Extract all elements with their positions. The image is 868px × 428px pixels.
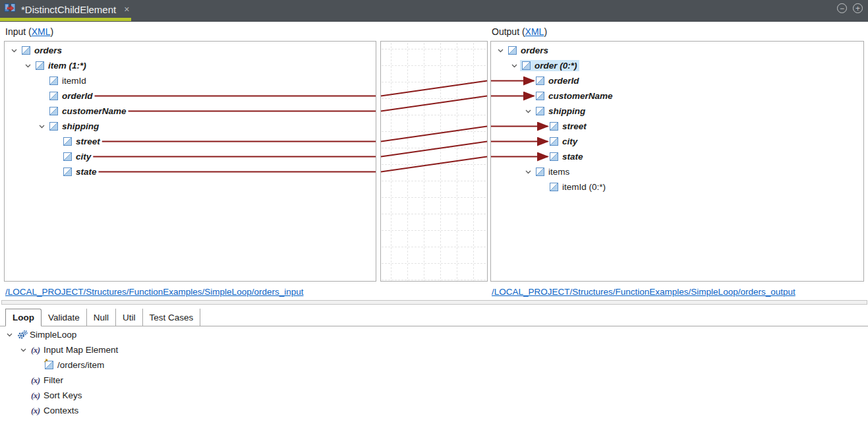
xml-element-icon	[536, 76, 547, 85]
output-tree: ordersorder (0:*)orderIdcustomerNameship…	[491, 42, 863, 195]
tree-node-orderid[interactable]: orderId	[491, 73, 863, 88]
tree-node-customername[interactable]: customerName	[5, 104, 376, 119]
output-header: Output (XML)	[492, 26, 547, 37]
xml-element-icon	[49, 107, 61, 115]
tree-node-itemid-0[interactable]: itemId (0:*)	[491, 179, 863, 195]
xml-element-icon	[63, 137, 74, 146]
tree-node-label: orders	[519, 46, 548, 55]
chevron-down-icon[interactable]	[495, 49, 506, 53]
tree-node-customername[interactable]: customerName	[491, 88, 863, 104]
tree-node-label: Filter	[42, 375, 63, 385]
xml-element-icon	[63, 168, 74, 176]
xml-element-icon	[550, 122, 561, 131]
xml-element-icon	[536, 92, 547, 100]
document-tab[interactable]: *DistinctChildElement ×	[0, 0, 136, 18]
chevron-down-icon[interactable]	[18, 348, 29, 352]
tree-node-label: customerName	[547, 91, 613, 101]
xml-element-icon	[550, 152, 561, 161]
xml-element-icon	[522, 61, 533, 70]
tree-node-shipping[interactable]: shipping	[491, 104, 863, 119]
expand-circle-icon[interactable]: +	[853, 3, 863, 13]
tab-loop[interactable]: Loop	[5, 309, 42, 326]
selected-node: order (0:*)	[520, 60, 579, 71]
tree-node-label: state	[74, 167, 97, 177]
xml-element-icon	[550, 137, 561, 146]
tree-node-orders[interactable]: orders	[491, 43, 863, 58]
tree-node-itemid[interactable]: itemId	[5, 73, 376, 88]
collapse-circle-icon[interactable]: −	[837, 3, 847, 13]
tree-node-label: customerName	[61, 106, 127, 116]
chevron-down-icon[interactable]	[22, 64, 34, 68]
editor-tab-strip: *DistinctChildElement × − +	[0, 0, 868, 22]
chevron-down-icon[interactable]	[523, 109, 534, 113]
tree-node-label: orderId	[547, 76, 579, 86]
chevron-down-icon[interactable]	[523, 170, 534, 174]
function-icon: (x)	[31, 375, 42, 386]
close-icon[interactable]: ×	[124, 4, 129, 15]
tree-node-street[interactable]: street	[491, 119, 863, 134]
tree-node-filter[interactable]: (x)Filter	[0, 373, 868, 388]
tree-node-item-1[interactable]: item (1:*)	[5, 58, 376, 73]
tree-node-street[interactable]: street	[5, 134, 376, 149]
function-icon: (x)	[31, 345, 42, 355]
function-tab-bar: Loop Validate Null Util Test Cases	[0, 309, 868, 326]
tree-node-sort-keys[interactable]: (x)Sort Keys	[0, 388, 868, 403]
tree-node-label: state	[561, 152, 583, 162]
output-xml-link[interactable]: XML	[525, 26, 544, 37]
output-header-label: Output (	[492, 26, 525, 37]
input-header: Input (XML)	[5, 26, 53, 37]
tree-node-state[interactable]: state	[5, 164, 376, 179]
input-header-label: Input (	[5, 26, 32, 37]
tree-node-city[interactable]: city	[5, 149, 376, 164]
tree-node-label: shipping	[61, 121, 99, 131]
tree-node-shipping[interactable]: shipping	[5, 119, 376, 134]
function-icon: (x)	[31, 406, 42, 416]
chevron-down-icon[interactable]	[509, 64, 520, 68]
tree-node-label: Sort Keys	[42, 390, 82, 400]
chevron-down-icon[interactable]	[9, 49, 20, 53]
tree-node-orders-item[interactable]: /orders/item	[0, 357, 868, 373]
tree-node-simpleloop[interactable]: SimpleLoop	[0, 327, 868, 342]
chevron-down-icon[interactable]	[36, 125, 47, 129]
xml-element-icon	[508, 46, 519, 55]
output-structure-link[interactable]: /LOCAL_PROJECT/Structures/FunctionExampl…	[492, 287, 796, 297]
xml-element-icon	[49, 76, 61, 85]
input-xml-link[interactable]: XML	[32, 26, 51, 37]
tree-node-label: order (0:*)	[533, 61, 577, 71]
tree-node-label: shipping	[547, 106, 585, 116]
input-tree: ordersitem (1:*)itemIdorderIdcustomerNam…	[5, 42, 376, 179]
tree-node-items[interactable]: items	[491, 164, 863, 179]
tab-validate[interactable]: Validate	[42, 309, 87, 326]
tree-node-label: itemId	[61, 76, 86, 86]
tree-node-contexts[interactable]: (x)Contexts	[0, 403, 868, 418]
element-reference-icon	[45, 361, 56, 369]
tab-util[interactable]: Util	[116, 309, 143, 326]
tab-null[interactable]: Null	[87, 309, 116, 326]
tree-node-label: Contexts	[42, 406, 78, 415]
tree-node-label: city	[561, 137, 577, 146]
tree-node-state[interactable]: state	[491, 149, 863, 164]
xml-element-icon	[49, 122, 61, 131]
grid-background	[381, 42, 487, 281]
tree-node-label: street	[74, 137, 100, 146]
input-structure-link[interactable]: /LOCAL_PROJECT/Structures/FunctionExampl…	[5, 287, 303, 297]
active-tab-underline	[0, 18, 131, 21]
tree-node-input-map-element[interactable]: (x)Input Map Element	[0, 342, 868, 357]
tab-test-cases[interactable]: Test Cases	[143, 309, 201, 326]
xml-element-icon	[550, 183, 561, 191]
tree-node-label: city	[74, 152, 91, 162]
function-icon: (x)	[31, 390, 42, 401]
mapping-editor-window: *DistinctChildElement × − + Input (XML) …	[0, 0, 868, 428]
xml-element-icon	[36, 61, 47, 70]
chevron-down-icon[interactable]	[4, 333, 15, 337]
tree-node-label: orderId	[61, 91, 93, 101]
transform-gears-icon	[17, 330, 28, 340]
output-tree-panel: ordersorder (0:*)orderIdcustomerNameship…	[490, 41, 864, 282]
horizontal-splitter[interactable]	[1, 300, 867, 305]
tree-node-orderid[interactable]: orderId	[5, 88, 376, 104]
tree-node-city[interactable]: city	[491, 134, 863, 149]
tree-node-label: /orders/item	[56, 360, 104, 370]
tree-node-order-0[interactable]: order (0:*)	[491, 58, 863, 73]
tree-node-orders[interactable]: orders	[5, 43, 376, 58]
document-tab-title: *DistinctChildElement	[21, 4, 116, 15]
